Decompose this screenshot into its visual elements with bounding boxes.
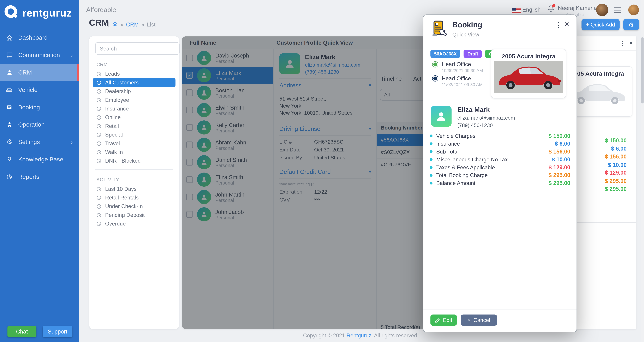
report-pie-icon	[6, 173, 13, 180]
charge-row: Balance Amount$ 295.00	[430, 179, 570, 187]
divider	[108, 22, 109, 27]
modal-subtitle: Quick View	[452, 32, 479, 38]
filter-item-pending-deposit[interactable]: Pending Deposit	[93, 210, 176, 219]
app-stage: rentguruz Dashboard Communication › CRM …	[0, 0, 644, 342]
filter-group-activity: ACTIVITY	[90, 174, 179, 185]
charge-row: Taxes & Fees Applicable$ 129.00	[430, 164, 570, 171]
divider	[424, 39, 576, 39]
vehicle-image	[491, 61, 566, 93]
filter-item-travel[interactable]: Travel	[93, 139, 176, 148]
filter-item-leads[interactable]: Leads	[93, 70, 176, 78]
filter-item-walk-in[interactable]: Walk In	[93, 148, 176, 156]
filter-item-overdue[interactable]: Overdue	[93, 219, 176, 228]
quick-add-button[interactable]: + Quick Add	[582, 19, 620, 30]
bullet-icon	[430, 182, 432, 184]
language-label[interactable]: English	[522, 6, 541, 13]
breadcrumb-list: List	[147, 21, 156, 28]
divider	[576, 50, 636, 51]
background-charges: $ 150.00 $ 6.00 $ 156.00 $ 10.00 $ 129.0…	[576, 136, 626, 193]
secondary-avatar[interactable]	[628, 4, 639, 15]
filter-item-special[interactable]: Special	[93, 130, 176, 139]
edit-button[interactable]: Edit	[430, 314, 457, 326]
dropoff-location-radio[interactable]	[432, 76, 438, 81]
booking-quick-view-modal: Booking Quick View ⋮ × 56AOJ68X Draft On…	[423, 14, 577, 332]
filter-item-last-10-days[interactable]: Last 10 Days	[93, 184, 176, 193]
sidebar-item-operation[interactable]: Operation	[0, 116, 78, 133]
sidebar-item-crm[interactable]: CRM	[0, 64, 78, 81]
divider	[576, 222, 636, 223]
scrollbar-thumb[interactable]	[641, 37, 644, 104]
filter-item-online[interactable]: Online	[93, 113, 176, 122]
page-title: CRM	[89, 18, 109, 28]
chevron-right-icon: ›	[71, 52, 73, 58]
filter-item-dnr-blocked[interactable]: DNR - Blocked	[93, 156, 176, 165]
footer-copyright: Copyright © 2021 Rentguruz. All rights r…	[78, 332, 642, 338]
bullet-icon	[430, 158, 432, 161]
sidebar-item-communication[interactable]: Communication ›	[0, 46, 78, 64]
car-icon	[6, 86, 13, 93]
sidebar-item-knowledge-base[interactable]: Knowledge Base	[0, 150, 78, 168]
operator-icon	[6, 121, 13, 128]
bullet-icon	[430, 166, 432, 169]
charge-row: Miscellaneous Charge No Tax$ 10.00	[430, 156, 570, 164]
cancel-button[interactable]: × Cancel	[460, 314, 497, 326]
breadcrumb-crm[interactable]: CRM	[126, 21, 139, 28]
chat-button[interactable]: Chat	[8, 326, 36, 337]
filter-item-all-customers[interactable]: All Customers	[93, 78, 176, 87]
bullet-icon	[430, 174, 432, 177]
filter-item-under-check-in[interactable]: Under Check-In	[93, 202, 176, 210]
filter-group-crm: CRM	[90, 59, 179, 70]
home-icon[interactable]	[112, 21, 118, 28]
bulb-icon	[6, 156, 13, 163]
sidebar-item-booking[interactable]: Booking	[0, 98, 78, 116]
modal-close-icon[interactable]: ×	[564, 19, 569, 29]
sidebar-item-reports[interactable]: Reports	[0, 168, 78, 186]
filter-item-employee[interactable]: Employee	[93, 96, 176, 104]
filter-panel: CRM Leads All Customers Dealership Emplo…	[90, 36, 179, 329]
search-input[interactable]	[95, 42, 180, 54]
booking-phone-icon	[430, 20, 448, 40]
charge-row: Sub Total$ 156.00	[430, 148, 570, 156]
pickup-location: Head Office	[442, 61, 471, 68]
booking-number-badge: 56AOJ68X	[430, 50, 460, 58]
pickup-location-radio[interactable]	[432, 62, 438, 67]
bullet-icon	[430, 142, 432, 145]
gear-icon: ⚙	[6, 138, 13, 146]
sidebar-item-label: Knowledge Base	[18, 156, 63, 162]
kebab-menu-icon[interactable]: ⋮	[619, 40, 625, 47]
dashboard-icon	[6, 34, 13, 41]
user-avatar[interactable]	[596, 4, 608, 16]
chat-bubble-icon	[6, 52, 13, 58]
footer-brand-link[interactable]: Rentguruz.	[346, 332, 373, 338]
sidebar-item-label: Dashboard	[18, 34, 48, 41]
filter-item-retail[interactable]: Retail	[93, 122, 176, 130]
notification-bell-icon[interactable]	[547, 5, 554, 13]
sidebar: rentguruz Dashboard Communication › CRM …	[0, 0, 78, 342]
sidebar-item-label: Booking	[18, 104, 40, 110]
customer-email: eliza.mark@siimbaz.com	[458, 115, 515, 121]
filter-item-insurance[interactable]: Insurance	[93, 104, 176, 113]
settings-gear-button[interactable]: ⚙	[623, 19, 639, 30]
background-quick-view-panel: ⋮ × 2005 Acura Integra $ 150.00 $ 6.00 $…	[576, 36, 636, 329]
chevron-right-icon: ›	[71, 138, 73, 146]
support-button[interactable]: Support	[42, 326, 72, 337]
sidebar-item-dashboard[interactable]: Dashboard	[0, 29, 78, 46]
sidebar-item-label: Vehicle	[18, 86, 38, 93]
user-name[interactable]: Neeraj Kameria	[558, 5, 597, 11]
customer-name: Eliza Mark	[458, 106, 515, 114]
filter-item-dealership[interactable]: Dealership	[93, 87, 176, 96]
close-icon[interactable]: ×	[629, 39, 633, 47]
filter-item-retail-rentals[interactable]: Retail Rentals	[93, 193, 176, 202]
breadcrumb-separator: »	[120, 21, 124, 28]
divider	[424, 310, 576, 310]
bullet-icon	[430, 150, 432, 153]
menu-icon[interactable]	[614, 7, 621, 14]
modal-kebab-icon[interactable]: ⋮	[555, 21, 562, 29]
dropoff-datetime: 11/02/2021 09:30 AM	[442, 82, 483, 87]
sidebar-item-settings[interactable]: ⚙ Settings ›	[0, 133, 78, 151]
sidebar-item-vehicle[interactable]: Vehicle	[0, 81, 78, 98]
sidebar-item-label: Settings	[18, 138, 40, 145]
language-flag-icon[interactable]	[512, 7, 521, 14]
customer-phone: (789) 456-1230	[458, 122, 515, 128]
charges-list: Vehicle Charges$ 150.00 Insurance$ 6.00 …	[430, 132, 570, 187]
